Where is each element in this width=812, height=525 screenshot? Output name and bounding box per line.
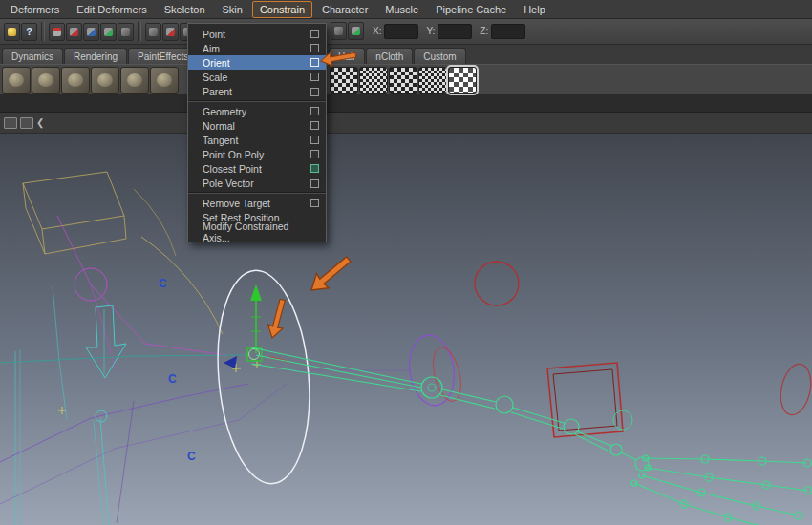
option-box-icon[interactable]	[310, 150, 319, 158]
shelf-item-icon[interactable]	[120, 67, 149, 94]
shelf-tab[interactable]: nCloth	[366, 48, 413, 64]
menu-item-label: Skeleton	[164, 4, 205, 15]
ncloth-shelf-icon[interactable]	[389, 67, 417, 94]
viewport-background	[0, 134, 812, 525]
menu-item-label: Edit Deformers	[76, 4, 146, 15]
cluster-label: C	[168, 372, 177, 386]
constrain-menu-item[interactable]: Scale	[188, 70, 326, 84]
constrain-menu-item[interactable]: Orient	[188, 55, 326, 70]
menu-item[interactable]: Pipeline Cache	[428, 1, 514, 18]
shelf-tab[interactable]: Dynamics	[2, 48, 63, 64]
coordinate-fields: X: Y: Z:	[365, 24, 525, 39]
snap-grid-icon[interactable]	[49, 23, 65, 41]
constrain-menu-item[interactable]: Pole Vector	[188, 176, 326, 193]
coordinate-label: Y:	[426, 26, 435, 36]
menu-item[interactable]: Skeleton	[157, 1, 213, 18]
menu-item-label: Help	[524, 4, 545, 15]
menu-item[interactable]: Deformers	[3, 1, 67, 18]
menu-item[interactable]: Help	[516, 1, 553, 18]
menu-bar: Deformers Edit Deformers Skeleton Skin C…	[0, 0, 812, 19]
constrain-menu-item-label: Pole Vector	[203, 178, 254, 189]
option-box-icon[interactable]	[310, 164, 319, 173]
constrain-menu-item[interactable]: Point	[188, 27, 326, 41]
snap-point-icon[interactable]	[83, 23, 99, 41]
constrain-menu-item-label: Geometry	[203, 106, 246, 117]
option-box-icon[interactable]	[310, 121, 319, 130]
ncloth-shelf-icon[interactable]	[418, 67, 447, 94]
menu-item[interactable]: Skin	[215, 1, 250, 18]
status-line: ? X:	[0, 19, 812, 45]
constrain-menu-item-label: Modify Constrained Axis...	[203, 220, 310, 243]
pane-separator	[0, 95, 812, 113]
render-icon[interactable]	[162, 23, 179, 41]
viewport[interactable]: C C C	[0, 134, 812, 525]
coordinate-input[interactable]	[438, 24, 472, 39]
menu-item[interactable]: Muscle	[377, 1, 426, 18]
cluster-label: C	[159, 277, 167, 290]
ncloth-shelf-icon-selected[interactable]	[448, 67, 477, 94]
shelf-tabs-left: DynamicsRenderingPaintEffects	[2, 48, 199, 64]
constrain-menu-item[interactable]: Modify Constrained Axis...	[188, 224, 326, 239]
constrain-menu-item-label: Normal	[203, 120, 235, 132]
maya-window: Deformers Edit Deformers Skeleton Skin C…	[0, 0, 812, 525]
constrain-menu-item-label: Aim	[203, 43, 220, 54]
constrain-menu-item-label: Orient	[203, 57, 230, 69]
constrain-menu-item-label: Parent	[203, 86, 232, 97]
constrain-menu: Point Aim Orient Scale Parent	[187, 23, 327, 242]
panel-share-icon[interactable]: ❮	[36, 117, 50, 129]
constrain-menu-item[interactable]: Parent	[188, 84, 326, 101]
constrain-menu-item[interactable]: Tangent	[188, 133, 326, 147]
shelf-item-icon[interactable]	[2, 67, 31, 94]
viewport-scene: C C C	[0, 134, 812, 525]
coordinate-label: X:	[373, 26, 381, 36]
shelf-item-icon[interactable]	[150, 67, 179, 94]
toolbar-divider	[138, 22, 141, 41]
shelf-item-icon[interactable]	[91, 67, 119, 94]
coordinate-input[interactable]	[384, 24, 418, 39]
shelf-tab[interactable]: Rendering	[64, 48, 127, 64]
multi-pane-layout-icon[interactable]	[20, 117, 33, 129]
menu-item-label: Skin	[223, 4, 243, 15]
constrain-menu-item-label: Remove Target	[203, 198, 270, 209]
menu-item[interactable]: Character	[314, 1, 375, 18]
constrain-menu-item[interactable]: Normal	[188, 118, 326, 133]
constrain-menu-item[interactable]: Geometry	[188, 104, 326, 118]
shelf-tab[interactable]: Custom	[414, 48, 465, 64]
menu-item[interactable]: Constrain	[252, 1, 312, 18]
shelf-item-icon[interactable]	[61, 67, 90, 94]
shelf-tabs: DynamicsRenderingPaintEffects HairnCloth…	[0, 45, 812, 64]
grid-layout-icon[interactable]	[331, 22, 347, 40]
shelf-item-icon[interactable]	[32, 67, 60, 94]
snap-plane-icon[interactable]	[100, 23, 117, 41]
help-glyph: ?	[26, 26, 32, 37]
constrain-menu-item[interactable]: Aim	[188, 41, 326, 55]
construction-history-icon[interactable]	[145, 23, 161, 41]
single-pane-layout-icon[interactable]	[4, 117, 17, 129]
option-box-icon[interactable]	[310, 30, 319, 38]
panel-toolbar: ❮	[0, 113, 812, 134]
history-icon[interactable]	[4, 23, 20, 41]
option-box-icon[interactable]	[310, 88, 319, 96]
help-icon[interactable]: ?	[21, 23, 37, 41]
coordinate-field: Z:	[480, 24, 525, 39]
option-box-icon[interactable]	[310, 199, 319, 207]
option-box-icon[interactable]	[310, 107, 319, 116]
constrain-menu-item-label: Scale	[203, 72, 227, 83]
ncloth-shelf-icon[interactable]	[359, 67, 388, 94]
make-live-icon[interactable]	[118, 23, 134, 41]
menu-item-label: Constrain	[260, 4, 305, 15]
constrain-menu-item-label: Point On Poly	[203, 149, 264, 160]
constrain-menu-item[interactable]: Closest Point	[188, 161, 326, 176]
shelf-icons-left	[2, 67, 179, 94]
snap-curve-icon[interactable]	[66, 23, 82, 41]
coordinate-field: X:	[373, 24, 418, 39]
option-box-icon[interactable]	[310, 179, 319, 188]
menu-item[interactable]: Edit Deformers	[69, 1, 154, 18]
coordinate-input[interactable]	[491, 24, 525, 39]
option-box-icon[interactable]	[310, 136, 319, 144]
plus-icon[interactable]	[348, 22, 364, 40]
constrain-menu-item[interactable]: Remove Target	[188, 196, 326, 210]
coordinate-label: Z:	[480, 26, 488, 36]
constrain-menu-item[interactable]: Point On Poly	[188, 147, 326, 161]
menu-item-label: Deformers	[11, 4, 59, 15]
